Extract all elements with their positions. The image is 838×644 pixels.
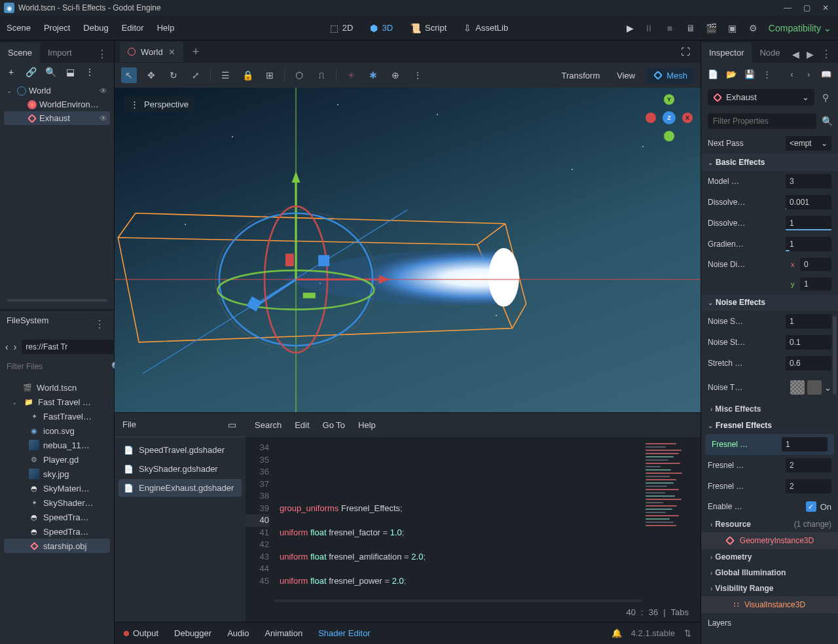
prop-fresnel-1[interactable]: 1 [782,437,828,452]
file-starship-obj[interactable]: starship.obj [4,539,110,553]
expand-icon[interactable]: ⌄ [7,87,14,94]
prop-enable-fresnel[interactable]: ✓On [806,501,831,512]
play-custom-icon[interactable]: ⚙ [748,22,759,34]
shader-item-engineexhaust[interactable]: 📄EngineExhaust.gdshader [118,479,242,497]
group-button[interactable]: ⊞ [262,67,278,83]
inspected-object-dropdown[interactable]: Exhaust ⌄ [708,89,814,105]
nav-z-axis[interactable]: Z [663,111,676,124]
workspace-3d[interactable]: ⬢3D [365,19,398,37]
section-global-illumination[interactable]: ›Global Illumination [701,565,838,581]
nav-y-axis[interactable]: Y [664,94,674,105]
code-search-menu[interactable]: Search [255,420,282,430]
lock-button[interactable]: 🔒 [240,67,255,83]
prop-stretch[interactable]: 0.6 [786,356,831,370]
menu-project[interactable]: Project [44,23,70,33]
nav-y-neg-axis[interactable] [664,131,674,141]
tab-audio[interactable]: Audio [227,628,249,638]
section-noise-effects[interactable]: ⌄Noise Effects [701,294,838,311]
preview-light-button[interactable]: ✱ [365,67,381,83]
viewport-more-icon[interactable]: ⋮ [410,67,426,83]
perspective-toggle[interactable]: ⋮ Perspective [124,97,195,112]
indent-mode[interactable]: Tabs [671,607,689,617]
filesystem-options-icon[interactable]: ⋮ [92,315,107,333]
maximize-button[interactable]: ▢ [803,3,811,12]
remote-debug-icon[interactable]: 🖥 [685,22,697,34]
new-resource-icon[interactable]: 📄 [708,68,718,80]
play-button[interactable]: ▶ [627,23,634,33]
load-resource-icon[interactable]: 📂 [726,68,737,80]
class-geometry-instance[interactable]: GeometryInstance3D [701,532,838,549]
attach-script-button[interactable]: 🔍 [45,67,56,77]
preview-env-button[interactable]: ⊕ [388,67,403,83]
prop-fresnel-3[interactable]: 2 [786,479,831,493]
prop-dissolve2[interactable]: 1 [786,216,831,230]
rotate-tool-button[interactable]: ↻ [166,67,181,83]
file-speedtra1[interactable]: ◓SpeedTra… [4,510,110,524]
workspace-2d[interactable]: ⬚2D [325,19,359,37]
distraction-free-button[interactable]: ⛶ [676,44,695,60]
play-scene-icon[interactable]: ▣ [727,22,738,34]
code-editor[interactable]: 34 35 36 37 38 39 40 41 42 43 44 45 grou… [246,438,701,602]
nav-forward-button[interactable]: › [14,342,17,352]
visibility-icon[interactable]: 👁 [100,86,107,96]
section-fresnel-effects[interactable]: ⌄Fresnel Effects [701,417,838,434]
bottom-panel-toggle-icon[interactable]: ⇅ [684,628,691,638]
snap-3d-button[interactable]: ⬡ [291,67,307,83]
scene-more-icon[interactable]: ⋮ [84,67,96,77]
transform-menu[interactable]: Transform [556,68,606,83]
3d-viewport[interactable]: ⋮ Perspective Y Z X [115,88,701,412]
code-goto-menu[interactable]: Go To [323,420,345,430]
shader-item-speedtravel[interactable]: 📄SpeedTravel.gdshader [118,441,242,459]
menu-help[interactable]: Help [157,23,175,33]
minimize-button[interactable]: — [784,3,792,12]
prop-dissolve1[interactable]: 0.001 [786,195,831,209]
save-resource-icon[interactable]: 💾 [744,68,755,80]
tab-animation[interactable]: Animation [264,628,302,638]
snap-ground-button[interactable]: ⎍ [314,67,329,83]
open-scene-tab[interactable]: World ✕ [120,42,183,62]
code-help-menu[interactable]: Help [358,420,376,430]
file-sky-jpg[interactable]: sky.jpg [4,467,110,481]
prop-gradient[interactable]: 1 [786,237,831,251]
prop-noisedir-x[interactable]: 0 [800,258,831,271]
workspace-script[interactable]: 📜Script [405,19,452,37]
inspector-extra-icon[interactable]: ⋮ [763,68,772,80]
notification-bell-icon[interactable]: 🔔 [611,628,622,638]
file-world-tscn[interactable]: 🎬World.tscn [4,380,110,395]
scene-toolbar-extra-icon[interactable]: ⬓ [64,67,76,77]
move-tool-button[interactable]: ✥ [143,67,159,83]
workspace-assetlib[interactable]: ⇩AssetLib [458,19,513,37]
prop-noise-texture[interactable]: ⌄ [790,380,831,395]
inspector-scrollbar[interactable] [833,316,837,395]
file-fasttravel[interactable]: ✦FastTravel… [4,409,110,423]
tab-inspector[interactable]: Inspector [701,43,752,63]
shader-item-skyshader[interactable]: 📄SkyShader.gdshader [118,460,242,478]
code-minimap[interactable] [642,438,701,602]
filter-files-input[interactable] [5,359,106,374]
pause-button[interactable]: ⏸ [643,22,655,34]
dock-options-icon[interactable]: ⋮ [94,45,110,63]
history-next-icon[interactable]: › [804,68,813,80]
section-geometry[interactable]: ›Geometry [701,549,838,565]
section-resource[interactable]: ›Resource(1 change) [701,516,838,532]
file-skyshader[interactable]: ✦SkyShader… [4,495,110,510]
docs-icon[interactable]: 📖 [821,68,831,80]
tab-output[interactable]: Output [124,628,158,638]
nav-x-neg-axis[interactable] [646,113,656,123]
nav-x-axis[interactable]: X [682,113,693,123]
code-edit-menu[interactable]: Edit [295,420,309,430]
expand-icon[interactable]: ⌄ [12,399,20,406]
list-select-button[interactable]: ☰ [217,67,233,83]
prop-fresnel-2[interactable]: 2 [786,458,831,473]
filter-properties-input[interactable] [708,113,816,129]
visibility-icon[interactable]: 👁 [100,114,107,123]
file-speedtra2[interactable]: ◓SpeedTra… [4,524,110,539]
tab-import[interactable]: Import [40,43,80,63]
add-node-button[interactable]: + [5,67,17,77]
history-fwd-icon[interactable]: ▶ [804,48,816,60]
file-icon-svg[interactable]: ◉icon.svg [4,423,110,438]
folder-fast-travel[interactable]: ⌄📁Fast Travel … [4,395,110,409]
mesh-context-menu[interactable]: Mesh [647,67,694,84]
select-tool-button[interactable]: ↖ [121,67,137,83]
section-visibility-range[interactable]: ›Visibility Range [701,581,838,596]
